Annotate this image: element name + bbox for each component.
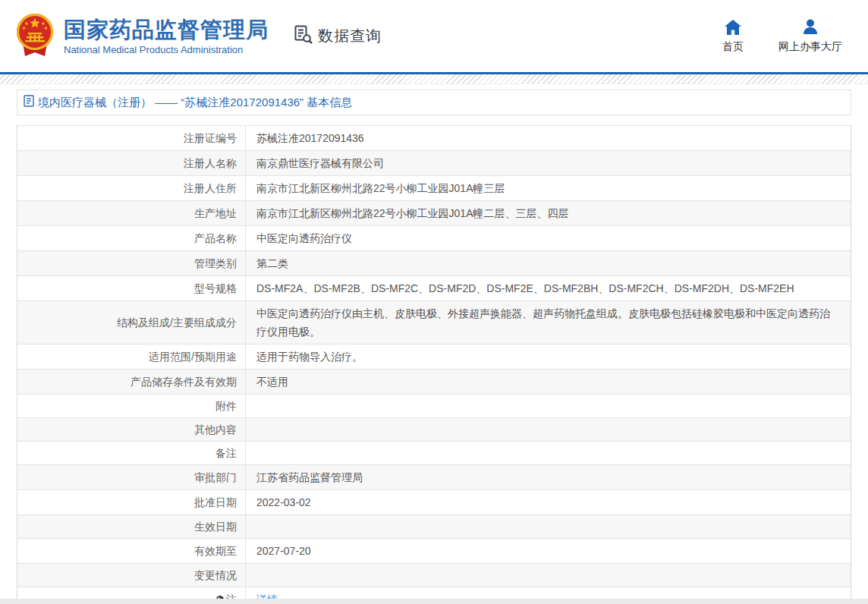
row-label: 生产地址	[17, 201, 246, 225]
header-nav: 首页 网上办事大厅	[722, 18, 842, 54]
user-icon	[802, 18, 819, 35]
table-row: 结构及组成/主要组成成分中医定向透药治疗仪由主机、皮肤电极、外接超声换能器、超声…	[17, 301, 851, 344]
table-row: 备注	[17, 442, 851, 465]
national-emblem-icon	[14, 12, 56, 61]
page-title: 境内医疗器械（注册） —— “苏械注准20172091436” 基本信息	[38, 96, 352, 110]
row-label: 附件	[17, 395, 246, 417]
striped-band	[0, 74, 868, 84]
table-row: 审批部门江苏省药品监督管理局	[17, 465, 851, 490]
table-row: 注册人住所南京市江北新区柳州北路22号小柳工业园J01A幢三层	[17, 176, 851, 201]
row-value: 不适用	[246, 370, 851, 394]
table-row: 适用范围/预期用途适用于药物导入治疗。	[17, 344, 851, 370]
row-label: 产品储存条件及有效期	[17, 370, 246, 394]
nav-online-hall-label: 网上办事大厅	[778, 40, 842, 54]
footer-strip	[0, 599, 868, 604]
row-label: 审批部门	[17, 465, 246, 489]
row-label: 有效期至	[17, 539, 246, 563]
row-value	[246, 564, 851, 587]
logo-text: 国家药品监督管理局 National Medical Products Admi…	[64, 17, 269, 55]
row-label: 型号规格	[17, 276, 246, 300]
document-icon	[24, 95, 34, 110]
row-value	[246, 442, 851, 464]
table-row: 附件	[17, 395, 851, 418]
row-value: 南京市江北新区柳州北路22号小柳工业园J01A幢二层、三层、四层	[246, 201, 851, 225]
table-row: 其他内容	[17, 418, 851, 442]
row-value: 中医定向透药治疗仪	[246, 226, 851, 250]
row-label: 注册证编号	[17, 126, 246, 150]
table-row: 产品名称中医定向透药治疗仪	[17, 226, 851, 251]
row-label: 结构及组成/主要组成成分	[17, 301, 246, 344]
table-row: 生产地址南京市江北新区柳州北路22号小柳工业园J01A幢二层、三层、四层	[17, 201, 851, 226]
row-value: 南京鼎世医疗器械有限公司	[246, 151, 851, 175]
table-row: 管理类别第二类	[17, 251, 851, 276]
row-value: DS-MF2A、DS-MF2B、DS-MF2C、DS-MF2D、DS-MF2E、…	[246, 276, 851, 300]
site-title: 国家药品监督管理局	[64, 17, 269, 42]
nav-home-label: 首页	[722, 40, 744, 54]
table-row: 变更情况	[17, 564, 851, 587]
data-query-label: 数据查询	[318, 26, 382, 46]
site-logo: 国家药品监督管理局 National Medical Products Admi…	[14, 12, 269, 61]
main-content: 境内医疗器械（注册） —— “苏械注准20172091436” 基本信息 注册证…	[17, 90, 851, 604]
row-label: 备注	[17, 442, 246, 464]
nav-home[interactable]: 首页	[722, 18, 744, 54]
row-label: 注册人名称	[17, 151, 246, 175]
row-label: 生效日期	[17, 515, 246, 538]
row-value	[246, 418, 851, 441]
data-query-section[interactable]: 数据查询	[293, 24, 382, 48]
home-icon	[725, 18, 741, 35]
breadcrumb: 境内医疗器械（注册） —— “苏械注准20172091436” 基本信息	[17, 90, 851, 115]
registration-info-table: 注册证编号苏械注准20172091436注册人名称南京鼎世医疗器械有限公司注册人…	[17, 125, 851, 604]
row-label: 注册人住所	[17, 176, 246, 200]
row-label: 产品名称	[17, 226, 246, 250]
nav-online-hall[interactable]: 网上办事大厅	[778, 18, 842, 54]
row-label: 适用范围/预期用途	[17, 344, 246, 369]
row-value: 2027-07-20	[246, 539, 851, 563]
table-row: 注册人名称南京鼎世医疗器械有限公司	[17, 151, 851, 176]
row-value: 南京市江北新区柳州北路22号小柳工业园J01A幢三层	[246, 176, 851, 200]
row-value	[246, 395, 851, 417]
document-search-icon	[293, 24, 313, 48]
row-label: 管理类别	[17, 251, 246, 275]
table-row: 产品储存条件及有效期不适用	[17, 370, 851, 395]
row-value	[246, 515, 851, 538]
row-value: 2022-03-02	[246, 490, 851, 514]
row-value: 江苏省药品监督管理局	[246, 465, 851, 489]
site-subtitle: National Medical Products Administration	[64, 44, 269, 55]
row-label: 其他内容	[17, 418, 246, 441]
table-row: 注册证编号苏械注准20172091436	[17, 126, 851, 151]
table-row: 批准日期2022-03-02	[17, 490, 851, 515]
table-row: 型号规格DS-MF2A、DS-MF2B、DS-MF2C、DS-MF2D、DS-M…	[17, 276, 851, 301]
table-row: 有效期至2027-07-20	[17, 539, 851, 564]
row-value: 苏械注准20172091436	[246, 126, 851, 150]
row-value: 适用于药物导入治疗。	[246, 344, 851, 369]
row-label: 变更情况	[17, 564, 246, 587]
row-value: 中医定向透药治疗仪由主机、皮肤电极、外接超声换能器、超声药物托盘组成。皮肤电极包…	[246, 301, 851, 344]
row-label: 批准日期	[17, 490, 246, 514]
table-row: 生效日期	[17, 515, 851, 539]
site-header: 国家药品监督管理局 National Medical Products Admi…	[0, 0, 868, 72]
row-value: 第二类	[246, 251, 851, 275]
